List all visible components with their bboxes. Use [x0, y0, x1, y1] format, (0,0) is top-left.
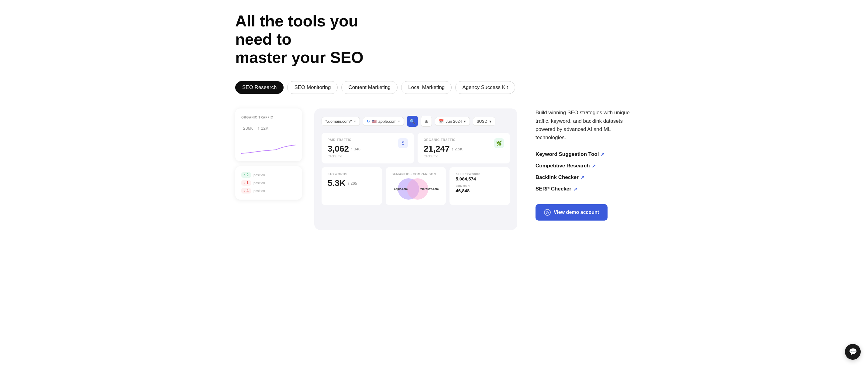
tool-link-competitive[interactable]: Competitive Research ↗: [535, 163, 633, 169]
common-value: 46,848: [456, 188, 504, 193]
mini-chart: [241, 138, 296, 157]
tool-link-serp[interactable]: SERP Checker ↗: [535, 186, 633, 192]
paid-traffic-label: PAID TRAFFIC: [328, 138, 361, 141]
content-area: ORGANIC TRAFFIC 236K ↑ 12K ↑ 2 position: [235, 108, 633, 230]
tool-link-backlink[interactable]: Backlink Checker ↗: [535, 174, 633, 180]
arrow-icon-serp: ↗: [573, 186, 577, 192]
right-panel: Build winning SEO strategies with unique…: [529, 108, 633, 221]
all-keywords-label: ALL KEYWORDS: [456, 173, 504, 176]
semantics-label: SEMANTICS COMPARISON: [392, 173, 440, 176]
organic-traffic-stat-card: ORGANIC TRAFFIC 21,247 ↑ 2.5K Clicks/mo …: [417, 133, 510, 163]
tab-agency-success-kit[interactable]: Agency Success Kit: [455, 81, 515, 94]
keywords-card: KEYWORDS 5.3K ↑ 265: [321, 167, 382, 205]
keywords-value: 5.3K ↑ 265: [328, 178, 376, 188]
common-label: COMMON: [456, 185, 504, 188]
tab-bar: SEO Research SEO Monitoring Content Mark…: [235, 81, 633, 94]
organic-traffic-card: ORGANIC TRAFFIC 236K ↑ 12K: [235, 108, 302, 161]
tab-seo-research[interactable]: SEO Research: [235, 81, 284, 94]
date-chevron: ▾: [464, 119, 466, 124]
organic-traffic-label: ORGANIC TRAFFIC: [241, 116, 296, 119]
paid-traffic-icon: $: [398, 138, 408, 148]
organic-traffic-stat-label: ORGANIC TRAFFIC: [424, 138, 463, 141]
calendar-icon: 📅: [439, 119, 444, 124]
arrow-icon-keyword: ↗: [600, 152, 604, 157]
rankings-card: ↑ 2 position ↓ 1 position ↓ 4 position: [235, 166, 302, 200]
center-panel: *.domain.com/* ▾ G 🇺🇸 apple.com ▾ 🔍 ⊞: [314, 108, 517, 230]
domain-input[interactable]: *.domain.com/* ▾: [321, 117, 360, 126]
hero-title: All the tools you need to master your SE…: [235, 12, 393, 67]
organic-traffic-icon: 🌿: [494, 138, 504, 148]
right-description: Build winning SEO strategies with unique…: [535, 108, 633, 141]
rank-badge-up1: ↑ 2: [241, 172, 251, 178]
all-keywords-card: ALL KEYWORDS 5,084,574 COMMON 46,848: [450, 167, 510, 205]
all-keywords-value: 5,084,574: [456, 176, 504, 181]
domain-chevron: ▾: [354, 120, 356, 123]
search-bar-row: *.domain.com/* ▾ G 🇺🇸 apple.com ▾ 🔍 ⊞: [321, 116, 510, 127]
dashboard-card: *.domain.com/* ▾ G 🇺🇸 apple.com ▾ 🔍 ⊞: [314, 108, 517, 230]
arrow-icon-backlink: ↗: [581, 175, 584, 180]
bottom-stats: KEYWORDS 5.3K ↑ 265 SEMANTICS COMPARISON…: [321, 167, 510, 205]
tab-seo-monitoring[interactable]: SEO Monitoring: [287, 81, 338, 94]
venn-diagram: apple.com microsoft.com: [392, 178, 440, 200]
google-logo: G: [367, 119, 370, 123]
tool-link-keyword[interactable]: Keyword Suggestion Tool ↗: [535, 151, 633, 157]
date-picker[interactable]: 📅 Jun 2024 ▾: [435, 117, 470, 126]
semantics-card: SEMANTICS COMPARISON apple.com microsoft…: [386, 167, 446, 205]
compare-icon: ⊞: [425, 119, 429, 124]
tab-local-marketing[interactable]: Local Marketing: [401, 81, 452, 94]
left-panel: ORGANIC TRAFFIC 236K ↑ 12K ↑ 2 position: [235, 108, 302, 200]
stats-grid: PAID TRAFFIC 3,062 ↑ 348 Clicks/mo $: [321, 133, 510, 163]
search-button[interactable]: 🔍: [407, 116, 418, 127]
tab-content-marketing[interactable]: Content Marketing: [341, 81, 398, 94]
currency-chevron: ▾: [489, 119, 491, 124]
paid-traffic-card: PAID TRAFFIC 3,062 ↑ 348 Clicks/mo $: [321, 133, 414, 163]
rank-item: ↓ 1 position: [241, 179, 296, 187]
arrow-icon-competitive: ↗: [592, 163, 596, 169]
compare-input[interactable]: G 🇺🇸 apple.com ▾: [363, 117, 404, 126]
flag-icon: 🇺🇸: [372, 119, 377, 124]
currency-picker[interactable]: $USD ▾: [473, 117, 495, 126]
demo-btn-icon: ◎: [544, 209, 551, 216]
compare-icon-button[interactable]: ⊞: [421, 116, 432, 127]
paid-traffic-value: 3,062 ↑ 348: [328, 144, 361, 154]
search-icon: 🔍: [409, 119, 415, 124]
tool-links: Keyword Suggestion Tool ↗ Competitive Re…: [535, 151, 633, 192]
rank-badge-down1: ↓ 1: [241, 180, 251, 186]
demo-button[interactable]: ◎ View demo account: [535, 204, 608, 221]
keywords-label: KEYWORDS: [328, 173, 376, 176]
rank-badge-down2: ↓ 4: [241, 188, 251, 194]
organic-traffic-stat-value: 21,247 ↑ 2.5K: [424, 144, 463, 154]
rank-item: ↑ 2 position: [241, 171, 296, 179]
compare-chevron: ▾: [398, 120, 400, 123]
rank-item: ↓ 4 position: [241, 187, 296, 195]
organic-traffic-value: 236K ↑ 12K: [241, 121, 296, 132]
